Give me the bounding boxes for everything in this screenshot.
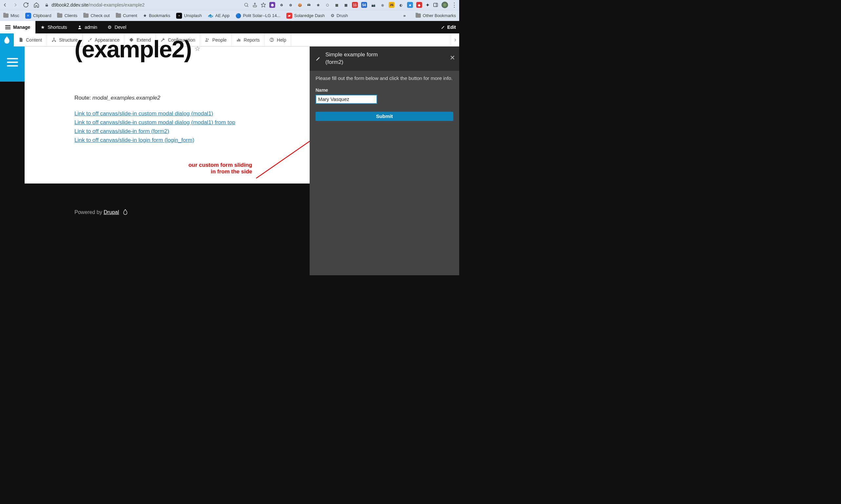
bookmark-drush[interactable]: ⚙Drush [331,13,348,18]
offcanvas-body: Please fill out the form below and click… [310,71,459,126]
extension-icon[interactable]: JS [389,2,395,8]
doc-icon: ≡ [25,13,31,19]
reload-icon[interactable] [23,2,29,8]
drupal-drop-icon [3,36,11,44]
url-bar[interactable]: d9book2.ddev.site/modal-examples/example… [42,2,147,7]
menu-icon[interactable]: ⋮ [451,1,457,8]
svg-rect-7 [5,25,11,26]
back-icon[interactable] [2,2,8,8]
camera-icon[interactable]: 📷 [370,2,376,8]
bookmark-checkout[interactable]: Check out [83,13,110,18]
extension-icon[interactable]: ▩ [343,2,349,8]
drupal-logo[interactable] [0,33,14,47]
admin-manage[interactable]: Manage [0,21,35,33]
bookmark-overflow[interactable]: » [404,13,406,18]
bookmark-clipboard[interactable]: ≡Clipboard [25,13,51,19]
link-login-form[interactable]: Link to off canvas/slide-in login form (… [74,137,310,144]
bookmark-unsplash[interactable]: ▪Unsplash [176,13,202,19]
close-icon[interactable]: ✕ [450,54,455,61]
admin-edit[interactable]: Edit [441,24,459,30]
admin-devel[interactable]: ⚙Devel [102,21,132,33]
main-area: Powered by Drupal (example2)☆ Route: mod… [0,47,459,275]
app-icon: 🔵 [236,13,241,18]
browser-toolbar: d9book2.ddev.site/modal-examples/example… [0,0,459,10]
search-icon[interactable] [244,2,249,7]
extension-icon[interactable]: ⬡ [324,2,330,8]
svg-rect-0 [46,5,48,6]
share-icon[interactable] [252,2,257,7]
app-icon: ▰ [286,13,292,19]
route-label: Route: modal_examples.example2 [74,95,310,101]
profile-avatar[interactable] [442,2,448,8]
sidebar-toggle[interactable] [7,58,18,67]
svg-rect-8 [5,27,11,28]
star-icon: ★ [41,24,45,30]
svg-point-13 [55,41,56,42]
offcanvas-panel: Simple example form (form2) ✕ Please fil… [310,47,459,275]
forward-icon[interactable] [13,2,18,8]
example-links: Link to off canvas/slide-in custom modal… [74,110,310,144]
extensions-icon[interactable]: ✦ [425,2,430,8]
name-input[interactable] [315,95,377,104]
extension-icon[interactable]: ▦ [333,2,340,8]
page-content: (example2)☆ Route: modal_examples.exampl… [24,47,310,183]
offcanvas-header: Simple example form (form2) ✕ [310,47,459,71]
pencil-icon [441,25,445,30]
star-icon[interactable] [261,2,266,7]
user-icon [78,25,82,30]
gear-icon: ⚙ [331,13,334,18]
admin-user[interactable]: admin [72,21,102,33]
extension-icon[interactable]: ◆ [416,2,422,8]
extension-icon[interactable]: ✿ [288,2,294,8]
svg-rect-5 [434,3,437,7]
extension-icon[interactable]: 🍪 [297,2,303,8]
extension-icon[interactable]: ◐ [398,2,404,8]
bookmark-bookmarks[interactable]: ★Bookmarks [143,13,170,18]
powered-by-text: Powered by Drupal [74,210,119,215]
extension-badge[interactable]: 11 [352,2,358,8]
bookmark-aeapp[interactable]: 🐟AE App [208,13,229,18]
star-icon: ★ [143,13,147,18]
folder-icon [3,14,8,18]
bookmark-clients[interactable]: Clients [57,13,78,18]
bookmark-polit-solar[interactable]: 🔵Polit Solar--LG 14... [236,13,280,18]
link-form2[interactable]: Link to off canvas/slide-in form (form2) [74,128,310,135]
folder-icon [83,14,89,18]
file-icon [18,37,23,42]
admin-shortcuts[interactable]: ★Shortcuts [35,21,72,33]
menu-content[interactable]: Content [14,33,47,46]
extension-icon[interactable]: ⬢ [269,2,275,8]
bookmark-current[interactable]: Current [116,13,137,18]
link-modal1[interactable]: Link to off canvas/slide-in custom modal… [74,110,310,117]
pencil-icon [315,56,321,61]
structure-icon [51,37,56,42]
folder-icon [416,14,421,18]
folder-icon [116,14,121,18]
home-icon[interactable] [33,2,39,8]
svg-marker-4 [261,3,265,7]
panel-icon[interactable] [433,2,438,7]
hamburger-icon [5,25,11,29]
drupal-link[interactable]: Drupal [104,210,119,215]
svg-rect-9 [5,29,11,29]
bookmark-solaredge[interactable]: ▰Solaredge Dash [286,13,325,19]
unsplash-icon: ▪ [176,13,182,19]
star-outline-icon[interactable]: ☆ [194,45,200,52]
link-modal1-top[interactable]: Link to off canvas/slide-in custom modal… [74,119,310,126]
extension-icon[interactable]: ❀ [315,2,321,8]
extension-icon[interactable]: ◉ [379,2,385,8]
svg-rect-3 [253,5,257,7]
extension-icon[interactable]: ♻ [278,2,285,8]
drupal-drop-icon [123,209,128,215]
extension-badge[interactable]: 54 [361,2,367,8]
extension-icon[interactable]: 🕶 [306,2,312,8]
extension-icon[interactable]: ■ [407,2,413,8]
url-text: d9book2.ddev.site/modal-examples/example… [51,2,145,7]
annotation-text: our custom form sliding in from the side [167,162,252,175]
bookmark-misc[interactable]: Misc [3,13,19,18]
other-bookmarks[interactable]: Other Bookmarks [416,13,456,18]
app-icon: 🐟 [208,13,213,18]
page-title: (example2)☆ [74,39,310,60]
menu-orientation-toggle[interactable] [451,33,459,46]
submit-button[interactable]: Submit [315,112,453,121]
